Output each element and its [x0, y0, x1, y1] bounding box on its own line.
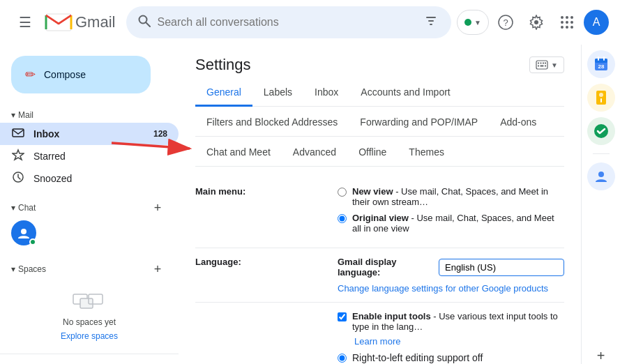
sidebar-item-starred[interactable]: Starred — [0, 145, 179, 167]
apps-button[interactable] — [553, 8, 581, 36]
chat-avatar[interactable] — [11, 220, 36, 245]
sidebar-item-inbox[interactable]: Inbox 128 — [0, 123, 179, 145]
topbar-right: ▼ ? A — [457, 8, 609, 36]
tab-accounts-import[interactable]: Accounts and Import — [349, 79, 461, 107]
enable-input-tools-label: Enable input tools - Use various text in… — [352, 311, 564, 332]
meet-section: ▾ Meet — [0, 354, 179, 364]
status-dot — [464, 19, 471, 26]
search-options-icon[interactable] — [422, 12, 440, 33]
mail-arrow-icon: ▾ — [11, 110, 15, 120]
contacts-panel-icon[interactable] — [587, 162, 615, 190]
no-spaces-area: No spaces yet Explore spaces — [0, 282, 179, 348]
hamburger-button[interactable]: ☰ — [11, 8, 39, 36]
panel-divider — [593, 153, 610, 154]
spaces-header: ▾ Spaces + — [0, 257, 179, 282]
chat-section-label[interactable]: ▾ Chat — [11, 203, 36, 213]
rtl-off-radio[interactable] — [338, 354, 347, 363]
gmail-logo: Gmail — [45, 13, 115, 32]
enable-input-tools-checkbox[interactable] — [338, 312, 347, 321]
status-arrow-icon: ▼ — [474, 19, 481, 26]
radio-new-view-input[interactable] — [338, 188, 347, 197]
radio-original-view-label: Original view - Use mail, Chat, Spaces, … — [352, 213, 564, 234]
svg-point-16 — [566, 26, 568, 29]
svg-rect-26 — [538, 63, 539, 64]
svg-rect-29 — [545, 63, 546, 64]
sub-tab-advanced[interactable]: Advanced — [282, 139, 347, 167]
inbox-label: Inbox — [33, 128, 145, 139]
settings-row-input-tools: Enable input tools - Use various text in… — [195, 303, 564, 364]
chat-add-button[interactable]: + — [148, 198, 167, 218]
calendar-panel-icon[interactable]: 28 — [587, 50, 615, 78]
search-bar — [126, 6, 451, 38]
tab-general[interactable]: General — [195, 79, 252, 107]
settings-button[interactable] — [522, 8, 550, 36]
settings-content: Main menu: New view - Use mail, Chat, Sp… — [195, 167, 564, 364]
sub-tab-forwarding[interactable]: Forwarding and POP/IMAP — [349, 109, 489, 137]
svg-point-13 — [566, 21, 568, 24]
hamburger-icon: ☰ — [19, 14, 31, 31]
radio-original-view-input[interactable] — [338, 214, 347, 223]
sub-tab-themes[interactable]: Themes — [398, 139, 455, 167]
sub-tab-filters[interactable]: Filters and Blocked Addresses — [195, 109, 349, 137]
sub-tab-offline[interactable]: Offline — [347, 139, 398, 167]
svg-marker-19 — [13, 150, 24, 160]
avatar[interactable]: A — [584, 10, 609, 35]
tab-labels[interactable]: Labels — [252, 79, 303, 107]
sub-tab-chat-meet[interactable]: Chat and Meet — [195, 139, 282, 167]
enable-input-tools-row: Enable input tools - Use various text in… — [338, 311, 564, 332]
svg-line-2 — [146, 22, 150, 26]
search-input[interactable] — [157, 16, 416, 29]
tab-inbox[interactable]: Inbox — [303, 79, 349, 107]
chat-status-dot — [29, 238, 36, 245]
right-panel: 28 + — [581, 45, 620, 364]
svg-point-17 — [570, 26, 573, 29]
svg-point-42 — [598, 172, 604, 177]
svg-rect-23 — [80, 298, 93, 308]
settings-sub-tabs-2: Chat and Meet Advanced Offline Themes — [195, 137, 564, 167]
no-spaces-text: No spaces yet — [0, 314, 179, 330]
keyboard-icon — [536, 60, 548, 70]
help-button[interactable]: ? — [492, 8, 520, 36]
radio-new-view-label: New view - Use mail, Chat, Spaces, and M… — [352, 186, 564, 207]
settings-tabs: General Labels Inbox Accounts and Import — [195, 79, 564, 107]
sidebar-item-snoozed[interactable]: Snoozed — [0, 167, 179, 190]
svg-point-8 — [534, 20, 538, 24]
gmail-logo-svg — [45, 13, 73, 32]
svg-rect-0 — [46, 14, 71, 31]
keep-panel-icon[interactable] — [587, 84, 615, 112]
spaces-section-label[interactable]: ▾ Spaces — [11, 264, 46, 274]
language-input[interactable] — [439, 259, 564, 276]
compose-button[interactable]: ✏ Compose — [11, 56, 151, 93]
svg-rect-28 — [543, 63, 544, 64]
original-view-bold: Original view — [352, 213, 409, 223]
svg-rect-18 — [13, 129, 24, 137]
snoozed-icon — [11, 171, 25, 187]
svg-point-39 — [599, 93, 603, 97]
new-view-bold: New view — [352, 186, 393, 197]
settings-title: Settings — [195, 56, 251, 74]
settings-row-language: Language: Gmail display language: Change… — [195, 248, 564, 303]
svg-rect-30 — [538, 66, 539, 67]
inbox-badge: 128 — [153, 129, 167, 139]
snoozed-label: Snoozed — [33, 173, 167, 184]
svg-rect-34 — [595, 59, 607, 63]
learn-more-link[interactable]: Learn more — [354, 336, 564, 347]
status-button[interactable]: ▼ — [457, 10, 489, 35]
keyboard-shortcuts-button[interactable]: ▼ — [529, 56, 564, 73]
svg-rect-27 — [540, 63, 542, 64]
change-language-link[interactable]: Change language settings for other Googl… — [338, 283, 564, 294]
explore-spaces-link[interactable]: Explore spaces — [0, 330, 179, 342]
topbar: ☰ Gmail ▼ ? — [0, 0, 620, 45]
gmail-display-language-label: Gmail display language: — [338, 257, 433, 278]
compose-pen-icon: ✏ — [25, 67, 36, 82]
sub-tab-addons[interactable]: Add-ons — [489, 109, 547, 137]
meet-section-label[interactable]: ▾ Meet — [0, 357, 179, 364]
mail-section-label[interactable]: ▾ Mail — [0, 105, 179, 123]
spaces-section: ▾ Spaces + No spaces yet Explore spaces — [0, 251, 179, 354]
tasks-panel-icon[interactable] — [587, 117, 615, 145]
panel-add-button[interactable]: + — [597, 348, 605, 364]
spaces-add-button[interactable]: + — [148, 259, 167, 279]
spaces-arrow-icon: ▾ — [11, 264, 15, 274]
rtl-off-label: Right-to-left editing support off — [352, 352, 483, 363]
svg-text:?: ? — [503, 17, 508, 28]
